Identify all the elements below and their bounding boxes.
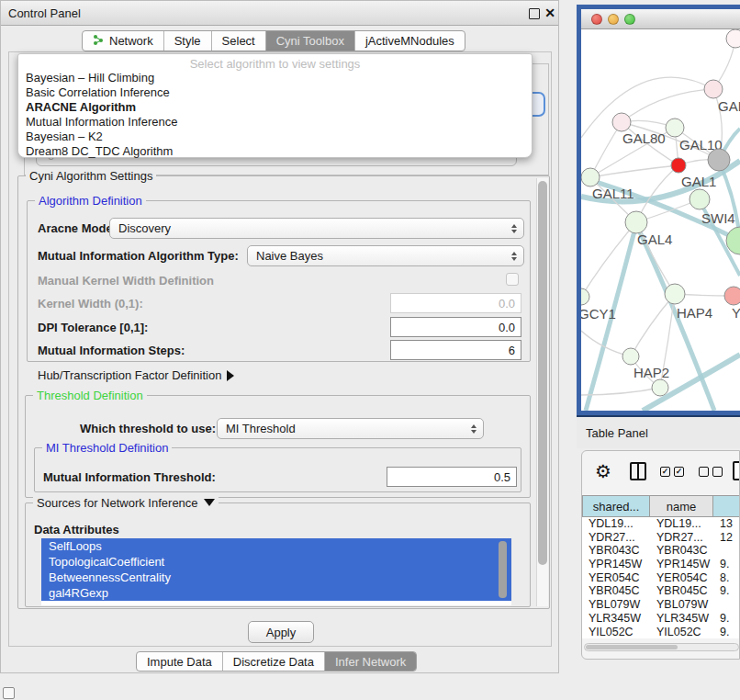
which-threshold-combo[interactable]: MI Threshold [217,418,484,439]
table-row[interactable]: YPR145WYPR145W9. [582,558,740,571]
network-node[interactable] [724,287,740,305]
network-node[interactable] [726,29,740,48]
attribute-list-item[interactable]: BetweennessCentrality [41,570,511,585]
table-cell[interactable] [713,598,740,612]
algorithm-option[interactable]: Mutual Information Inference [18,115,532,130]
network-canvas[interactable]: GALGAL80GAL10GAL1GAL11SWI4GAL4GCY1HAP4YH… [581,29,740,411]
mi-steps-field[interactable]: 6 [390,340,521,360]
table-cell[interactable] [713,544,740,558]
zoom-traffic-icon[interactable] [624,14,635,25]
sources-title[interactable]: Sources for Network Inference [33,496,219,510]
table-cell[interactable]: 9. [713,612,740,626]
kernel-width-field[interactable]: 0.0 [390,293,521,313]
table-row[interactable]: YDL19...YDL19...13 [582,517,740,531]
algorithm-option[interactable]: Bayesian – K2 [18,130,532,144]
table-cell[interactable]: YIL052C [582,626,650,639]
tab-discretize-data[interactable]: Discretize Data [223,652,325,671]
mi-algorithm-type-combo[interactable]: Naive Bayes [247,245,524,266]
tab-network[interactable]: Network [83,31,164,51]
document-icon[interactable] [733,461,740,480]
split-column-icon[interactable] [630,462,646,480]
network-node[interactable] [666,119,684,137]
hub-factor-expander[interactable]: Hub/Transcription Factor Definition [38,368,234,382]
table-cell[interactable]: YBR045C [582,584,650,598]
attribute-list-item[interactable]: SelfLoops [41,538,511,554]
manual-kernel-width-checkbox[interactable] [506,273,519,286]
tab-style[interactable]: Style [164,31,212,51]
column-header-name[interactable]: name [650,495,713,517]
attribute-list-item[interactable]: TopologicalCoefficient [41,554,511,570]
mi-threshold-field[interactable]: 0.5 [387,467,517,487]
data-attributes-list[interactable]: SelfLoopsTopologicalCoefficientBetweenne… [41,538,511,605]
tab-impute-data[interactable]: Impute Data [137,652,223,671]
network-node[interactable] [665,284,685,304]
network-node[interactable] [625,211,647,233]
table-row[interactable]: YBL079WYBL079W [582,598,740,612]
table-cell[interactable]: YBR045C [650,584,713,598]
table-cell[interactable]: YDL19... [650,517,713,531]
table-cell[interactable]: 9. [713,584,740,598]
table-cell[interactable]: YDR27... [582,531,650,545]
unchecked-box-icon[interactable] [699,467,709,477]
table-cell[interactable]: YDR27... [650,531,713,545]
table-row[interactable]: YBR043CYBR043C [582,544,740,558]
tab-cyni-toolbox[interactable]: Cyni Toolbox [266,31,355,51]
table-cell[interactable]: YER054C [650,571,713,585]
table-cell[interactable]: YBL079W [582,598,650,612]
column-header-shared[interactable]: shared... [582,495,650,517]
column-header-extra[interactable] [713,495,740,517]
tab-select[interactable]: Select [212,31,266,51]
attribute-list-item[interactable]: gal4RGexp [41,585,511,601]
network-node[interactable] [581,288,589,305]
gear-icon[interactable]: ⚙ [595,460,611,482]
network-node[interactable] [581,168,600,186]
aracne-mode-combo[interactable]: Discovery [109,218,524,239]
close-icon[interactable]: ✕ [544,6,555,20]
table-row[interactable]: YER054CYER054C8. [582,571,740,585]
network-node[interactable] [622,348,639,365]
table-cell[interactable]: YPR145W [582,558,650,571]
table-cell[interactable]: YDL19... [582,517,650,531]
table-cell[interactable]: 8. [713,571,740,585]
algorithm-option[interactable]: Bayesian – Hill Climbing [18,71,532,85]
network-node[interactable] [704,80,723,98]
table-cell[interactable]: YER054C [582,571,650,585]
settings-scrollbar-thumb[interactable] [538,181,547,565]
table-cell[interactable]: 13 [713,517,740,531]
table-cell[interactable]: YBR043C [650,544,713,558]
minimize-traffic-icon[interactable] [608,14,619,25]
table-cell[interactable]: YLR345W [650,612,713,626]
table-cell[interactable]: 9. [713,626,740,639]
table-hscrollbar-thumb[interactable] [586,645,678,649]
network-node[interactable] [690,189,710,209]
list-scrollbar[interactable] [499,541,507,598]
table-hscrollbar-track[interactable] [584,643,739,651]
checked-box-icon[interactable]: ✓ [660,467,670,477]
network-node[interactable] [708,149,730,171]
table-row[interactable]: YDR27...YDR27...12 [582,531,740,545]
table-cell[interactable]: YIL052C [650,626,713,639]
dock-panel-icon[interactable] [3,687,15,699]
network-node[interactable] [671,158,686,173]
tab-infer-network[interactable]: Infer Network [325,652,416,671]
algorithm-option[interactable]: Dream8 DC_TDC Algorithm [18,144,532,159]
network-node[interactable] [652,379,668,396]
tab-jactivemnodules[interactable]: jActiveMNodules [355,31,465,51]
table-cell[interactable]: YLR345W [582,612,650,626]
close-traffic-icon[interactable] [591,14,602,25]
apply-button[interactable]: Apply [248,621,314,643]
table-row[interactable]: YLR345WYLR345W9. [582,612,740,626]
table-cell[interactable]: YBL079W [650,598,713,612]
table-cell[interactable]: 9. [713,558,740,571]
table-row[interactable]: YBR045CYBR045C9. [582,584,740,598]
network-window-titlebar[interactable] [581,9,740,29]
table-cell[interactable]: YBR043C [582,544,650,558]
unchecked-box-icon[interactable] [712,467,723,477]
algorithm-option[interactable]: ARACNE Algorithm [18,100,532,115]
float-window-icon[interactable] [529,8,540,19]
dpi-tolerance-field[interactable]: 0.0 [390,317,521,337]
table-row[interactable]: YIL052CYIL052C9. [582,626,740,639]
table-cell[interactable]: 12 [713,531,740,545]
network-node[interactable] [612,113,631,131]
table-cell[interactable]: YPR145W [650,558,713,571]
